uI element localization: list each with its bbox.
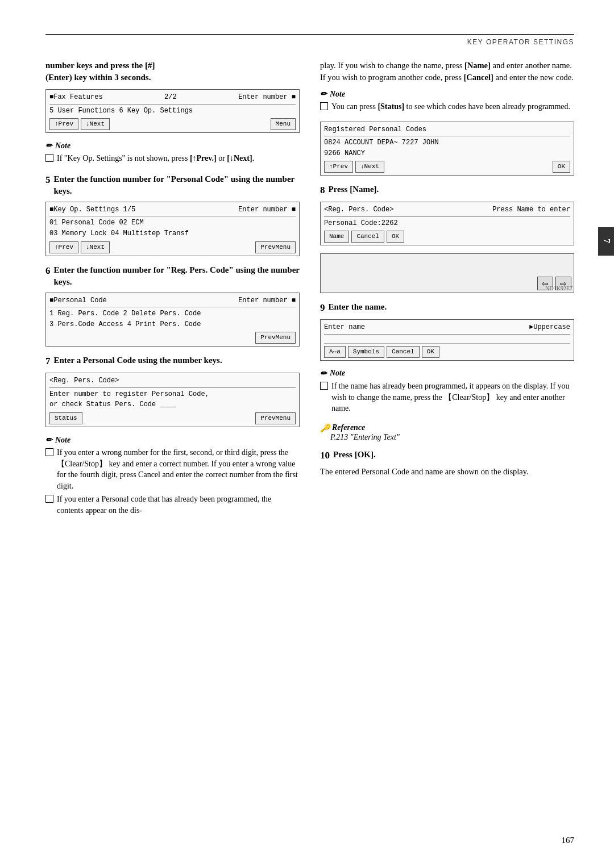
pencil-icon-4: ✏ — [320, 369, 327, 378]
keyboard-display-area: ⇦ ⇨ ND1K92E7 — [320, 253, 574, 293]
pencil-icon-3: ✏ — [320, 89, 327, 99]
screen7-btn-symbols[interactable]: Symbols — [348, 346, 384, 358]
pencil-icon-2: ✏ — [45, 435, 52, 445]
screen-btn-menu[interactable]: Menu — [271, 118, 296, 130]
screen2-btn-next[interactable]: ↓Next — [81, 241, 110, 253]
screen7-btn-ok[interactable]: OK — [422, 346, 439, 358]
note-1: ✏ Note If "Key Op. Settings" is not show… — [45, 141, 300, 164]
note-1-item-1: If "Key Op. Settings" is not shown, pres… — [45, 153, 300, 164]
two-column-layout: number keys and press the [#] (Enter) ke… — [45, 60, 574, 525]
note-3: ✏ Note You can press [Status] to see whi… — [320, 89, 574, 112]
note-3-item-1: You can press [Status] to see which code… — [320, 101, 574, 112]
pencil-icon: ✏ — [45, 141, 52, 151]
step-10-heading: 10 Press [OK]. — [320, 449, 574, 462]
screen7-btn-aa[interactable]: A↔a — [324, 346, 346, 358]
note-4-item-1: If the name has already been programmed,… — [320, 381, 574, 414]
step-6-heading: 6 Enter the function number for "Reg. Pe… — [45, 264, 300, 288]
step-8-heading: 8 Press [Name]. — [320, 183, 574, 197]
screen5-btn-next[interactable]: ↓Next — [355, 161, 384, 173]
screen-enter-name: Enter name ►Uppercase A↔a Symbols Cancel… — [320, 319, 574, 361]
nd-label: ND1K92E7 — [545, 285, 572, 291]
step-5-heading: 5 Enter the function number for "Persona… — [45, 173, 300, 197]
screen-fax-features: ■Fax Features 2/2 Enter number ■ 5 User … — [45, 89, 300, 133]
screen6-btn-ok[interactable]: OK — [387, 231, 404, 243]
intro-text: number keys and press the [#] (Enter) ke… — [45, 60, 300, 84]
body-text-1: play. If you wish to change the name, pr… — [320, 60, 574, 84]
reference-section: 🔑 Reference P.213 "Entering Text" — [320, 423, 574, 442]
screen3-btn-prevmenu[interactable]: PrevMenu — [255, 332, 296, 344]
page-number: 167 — [562, 836, 575, 845]
screen5-btn-prev[interactable]: ↑Prev — [324, 161, 353, 173]
screen-registered-codes: Registered Personal Codes 0824 ACCOUNT D… — [320, 122, 574, 176]
screen6-btn-name[interactable]: Name — [324, 231, 349, 243]
note-2: ✏ Note If you enter a wrong number for t… — [45, 435, 300, 516]
left-column: number keys and press the [#] (Enter) ke… — [45, 60, 300, 525]
right-column: play. If you wish to change the name, pr… — [320, 60, 574, 525]
checkbox-icon-2 — [45, 448, 53, 456]
screen7-btn-cancel[interactable]: Cancel — [387, 346, 420, 358]
checkbox-icon — [45, 154, 53, 162]
step-9-heading: 9 Enter the name. — [320, 301, 574, 315]
step-7-heading: 7 Enter a Personal Code using the number… — [45, 354, 300, 368]
reference-icon: 🔑 — [320, 423, 330, 433]
screen4-btn-status[interactable]: Status — [49, 412, 82, 424]
reference-text: P.213 "Entering Text" — [330, 433, 574, 442]
screen-btn-prev[interactable]: ↑Prev — [49, 118, 78, 130]
screen4-btn-prevmenu[interactable]: PrevMenu — [255, 412, 296, 424]
header-rule — [45, 34, 574, 35]
screen-personal-code: ■Personal Code Enter number ■ 1 Reg. Per… — [45, 293, 300, 347]
screen6-btn-cancel[interactable]: Cancel — [351, 231, 384, 243]
tab-marker: 7 — [598, 227, 614, 256]
header-title: KEY OPERATOR SETTINGS — [45, 38, 574, 46]
page-container: KEY OPERATOR SETTINGS number keys and pr… — [0, 0, 614, 868]
note-2-item-2: If you enter a Personal code that has al… — [45, 494, 300, 516]
screen-press-name: <Reg. Pers. Code> Press Name to enter Pe… — [320, 202, 574, 245]
note-2-item-1: If you enter a wrong number for the firs… — [45, 447, 300, 491]
checkbox-icon-5 — [320, 382, 328, 390]
checkbox-icon-3 — [45, 495, 53, 503]
screen-btn-next[interactable]: ↓Next — [81, 118, 110, 130]
note-4: ✏ Note If the name has already been prog… — [320, 369, 574, 414]
screen2-btn-prevmenu[interactable]: PrevMenu — [255, 241, 296, 253]
screen5-btn-ok[interactable]: OK — [553, 161, 570, 173]
body-text-2: The entered Personal Code and name are s… — [320, 466, 574, 478]
screen-reg-pers-code: <Reg. Pers. Code> Enter number to regist… — [45, 373, 300, 427]
screen-key-op-settings: ■Key Op. Settings 1/5 Enter number ■ 01 … — [45, 202, 300, 256]
screen2-btn-prev[interactable]: ↑Prev — [49, 241, 78, 253]
checkbox-icon-4 — [320, 102, 328, 110]
